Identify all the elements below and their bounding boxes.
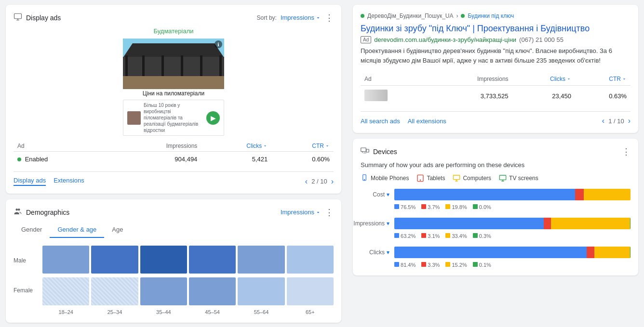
demo-grid: 18–24 25–34 35–44 45–54 55–64 65+ <box>42 246 334 315</box>
svg-point-19 <box>364 180 364 180</box>
ad-preview-title: Будматеріали <box>153 27 193 35</box>
cost-tablet-val: 3.7% <box>421 204 440 210</box>
ad-url-row: Ad derevodim.com.ua/будинки-з-зрубу/найк… <box>361 36 631 43</box>
ad-image-placeholder: ℹ <box>123 39 224 89</box>
imp-tablet-val: 3.1% <box>421 233 440 239</box>
sort-by-dropdown[interactable]: Impressions <box>281 14 321 21</box>
cell-male-25-34 <box>91 246 138 274</box>
display-ads-controls: Sort by: Impressions ⋮ <box>257 13 334 22</box>
display-ads-title: Display ads <box>26 14 61 22</box>
impressions-sort[interactable]: ▾ <box>387 220 389 227</box>
ad-badge: Ad <box>361 36 371 43</box>
stats-clicks-sort[interactable]: Clicks <box>550 76 571 82</box>
svg-rect-7 <box>123 57 224 76</box>
ad-sub-arrow[interactable]: ▶ <box>206 111 220 125</box>
ctr-sort[interactable]: CTR <box>312 143 330 149</box>
search-prev-page[interactable]: ‹ <box>602 117 604 125</box>
display-ads-icon <box>13 13 22 23</box>
display-ads-link[interactable]: Display ads <box>13 177 46 186</box>
x-label-18-24: 18–24 <box>42 309 89 315</box>
tab-gender[interactable]: Gender <box>13 222 50 238</box>
search-ad-stats: Ad Impressions Clicks CTR <box>361 73 631 106</box>
tab-gender-age[interactable]: Gender & age <box>50 222 104 238</box>
search-ad-card: ДеревоДім_Будинки_Пошук_UA › Будинки під… <box>353 5 638 133</box>
x-label-25-34: 25–34 <box>91 309 138 315</box>
imp-tablet-seg <box>544 218 551 229</box>
cell-male-65plus <box>287 246 334 274</box>
col-ctr[interactable]: CTR <box>271 141 334 152</box>
breadcrumb-dot <box>361 14 364 18</box>
clicks-sort-devices[interactable]: ▾ <box>387 249 389 256</box>
stats-col-ad: Ad <box>361 73 428 86</box>
svg-rect-23 <box>499 175 506 180</box>
ad-description: Проектування і будівництво дерев'яних бу… <box>361 46 631 65</box>
imp-mobile-val: 63.2% <box>394 233 416 239</box>
devices-controls: ⋮ <box>622 147 631 156</box>
cost-computer-seg <box>584 189 631 200</box>
svg-marker-6 <box>123 43 224 58</box>
demo-chart-area: Male Female <box>13 246 334 315</box>
impressions-values: 63.2% 3.1% 33.4% 0.3% <box>361 233 631 239</box>
x-label-55-64: 55–64 <box>238 309 284 315</box>
svg-point-14 <box>16 209 18 211</box>
svg-rect-13 <box>219 55 222 76</box>
breadcrumb-page[interactable]: Будинки під ключ <box>468 13 514 19</box>
imp-tv-val: 0.3% <box>473 233 491 239</box>
demo-tabs: Gender Gender & age Age <box>13 222 334 238</box>
devices-header: Devices ⋮ <box>361 146 631 157</box>
cost-label: Cost ▾ <box>361 191 389 198</box>
breadcrumb: ДеревоДім_Будинки_Пошук_UA › Будинки під… <box>361 13 631 19</box>
breadcrumb-arrow: › <box>456 13 458 19</box>
devices-legend: Mobile Phones Tablets Computers TV scree… <box>361 174 631 182</box>
legend-tablets: Tablets <box>416 174 445 182</box>
x-label-65plus: 65+ <box>287 309 334 315</box>
cost-mobile-seg <box>394 189 575 200</box>
clicks-mobile-seg <box>394 247 587 258</box>
footer-links: Display ads Extensions <box>13 177 84 186</box>
ad-sub-row: Більш 10 років у виробництві піломатеріа… <box>123 100 224 136</box>
demo-row-female <box>42 277 334 305</box>
devices-subtitle: Summary of how your ads are performing o… <box>361 161 631 169</box>
demographics-header: Demographics Impressions ⋮ <box>13 207 334 217</box>
cost-tablet-seg <box>575 189 584 200</box>
row-clicks: 5,421 <box>201 152 271 167</box>
tab-age[interactable]: Age <box>104 222 131 238</box>
stats-row: 3,733,525 23,450 0.63% <box>361 86 631 107</box>
clicks-computer-seg <box>594 247 630 258</box>
svg-rect-3 <box>123 75 224 89</box>
clicks-sort[interactable]: Clicks <box>246 143 268 149</box>
legend-computers: Computers <box>453 174 491 182</box>
demographics-title-row: Demographics <box>13 207 69 217</box>
table-row: Enabled 904,494 5,421 0.60% <box>13 152 334 167</box>
impressions-bar <box>394 218 631 229</box>
ad-sub-text: Більш 10 років у виробництві піломатеріа… <box>144 102 203 133</box>
cost-sort[interactable]: ▾ <box>387 191 389 198</box>
stats-row-thumbnail <box>361 86 428 107</box>
search-next-page[interactable]: › <box>628 117 631 125</box>
all-search-ads-link[interactable]: All search ads <box>361 118 400 125</box>
display-ads-menu[interactable]: ⋮ <box>325 13 334 22</box>
prev-page[interactable]: ‹ <box>305 177 308 186</box>
ad-info-icon[interactable]: ℹ <box>215 40 222 48</box>
extensions-link[interactable]: Extensions <box>54 177 84 186</box>
demographics-sort-dropdown[interactable]: Impressions <box>281 209 321 216</box>
col-clicks[interactable]: Clicks <box>201 141 271 152</box>
cell-female-35-44 <box>140 277 187 305</box>
clicks-tablet-seg <box>587 247 594 258</box>
ad-phone: (067) 21 000 55 <box>519 36 564 43</box>
display-ads-title-row: Display ads <box>13 13 61 23</box>
search-page-indicator: 1 / 10 <box>608 118 624 125</box>
demographics-menu[interactable]: ⋮ <box>325 208 334 217</box>
status-dot <box>17 157 21 161</box>
imp-tv-seg <box>630 218 631 229</box>
stats-ctr-sort[interactable]: CTR <box>609 76 627 82</box>
clicks-label: Clicks ▾ <box>361 249 389 256</box>
all-extensions-link[interactable]: All extensions <box>408 118 446 125</box>
stats-col-ctr[interactable]: CTR <box>575 73 631 86</box>
devices-menu[interactable]: ⋮ <box>622 147 631 156</box>
svg-rect-17 <box>366 149 369 152</box>
y-label-male: Male <box>13 246 37 275</box>
stats-col-clicks[interactable]: Clicks <box>512 73 575 86</box>
pagination: ‹ 2 / 10 › <box>305 177 334 186</box>
next-page[interactable]: › <box>331 177 334 186</box>
